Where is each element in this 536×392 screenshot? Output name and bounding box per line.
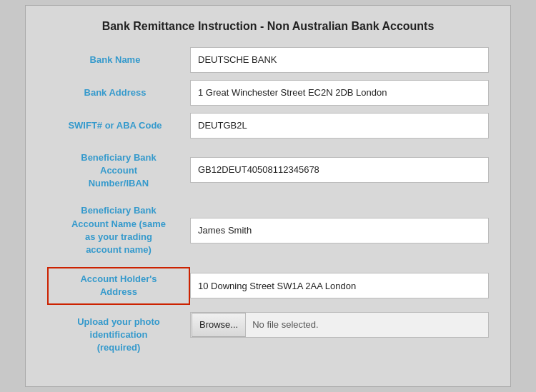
account-name-row: Beneficiary Bank Account Name (same as y… — [47, 201, 489, 260]
account-name-label: Beneficiary Bank Account Name (same as y… — [47, 201, 190, 260]
bank-address-label: Bank Address — [47, 86, 190, 99]
file-upload-area: Browse... No file selected. — [190, 312, 489, 338]
bank-name-row: Bank Name — [47, 47, 489, 73]
holder-address-label: Account Holder's Address — [47, 267, 190, 304]
no-file-text: No file selected. — [252, 319, 319, 330]
account-name-input[interactable] — [190, 218, 489, 243]
bank-name-label: Bank Name — [47, 54, 190, 66]
browse-button[interactable]: Browse... — [192, 313, 246, 337]
bank-name-input[interactable] — [190, 47, 489, 73]
account-number-label: Beneficiary Bank Account Number/IBAN — [47, 146, 190, 194]
form-container: Bank Remittance Instruction - Non Austra… — [25, 5, 511, 387]
upload-label: Upload your photo identification (requir… — [47, 312, 190, 358]
account-number-input[interactable] — [190, 157, 489, 183]
bank-address-row: Bank Address — [47, 80, 489, 106]
holder-address-input[interactable] — [190, 273, 489, 298]
swift-row: SWIFT# or ABA Code — [47, 113, 489, 139]
bank-address-input[interactable] — [190, 80, 489, 106]
upload-row: Upload your photo identification (requir… — [47, 312, 489, 358]
account-number-row: Beneficiary Bank Account Number/IBAN — [47, 146, 489, 194]
holder-address-row: Account Holder's Address — [47, 267, 489, 304]
swift-label: SWIFT# or ABA Code — [47, 119, 190, 132]
form-title: Bank Remittance Instruction - Non Austra… — [47, 20, 489, 33]
swift-input[interactable] — [190, 113, 489, 139]
